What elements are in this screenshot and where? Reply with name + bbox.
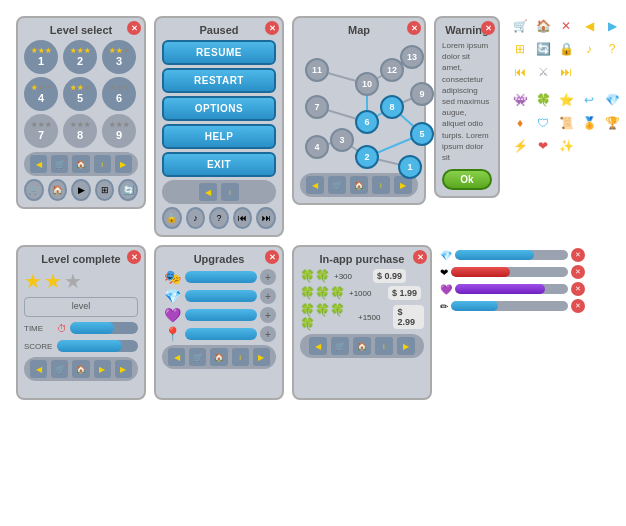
icon-trophy[interactable]: 🏆	[602, 113, 622, 133]
icon-close[interactable]: ✕	[556, 16, 576, 36]
paused-icon-prev[interactable]: ⏮	[233, 207, 253, 229]
map-node-2[interactable]: 2	[355, 145, 379, 169]
nav-home[interactable]: 🏠	[72, 155, 89, 173]
map-node-10[interactable]: 10	[355, 72, 379, 96]
level-cell-5[interactable]: ★★★ 5	[63, 77, 97, 111]
resume-button[interactable]: RESUME	[162, 40, 276, 65]
iap-price-2[interactable]: $ 1.99	[388, 286, 421, 300]
level-cell-4[interactable]: ★★★ 4	[24, 77, 58, 111]
map-nav-left[interactable]: ◀	[306, 176, 324, 194]
level-cell-6[interactable]: ★★★ 6	[102, 77, 136, 111]
icon-rewind[interactable]: ⏮	[510, 62, 530, 82]
icon-shield[interactable]: 🛡	[533, 113, 553, 133]
icon-monster[interactable]: 👾	[510, 90, 530, 110]
level-cell-7[interactable]: ★★★ 7	[24, 114, 58, 148]
level-cell-9[interactable]: ★★★ 9	[102, 114, 136, 148]
icon-diamond[interactable]: ♦	[510, 113, 530, 133]
upgrades-nav-home[interactable]: 🏠	[210, 348, 227, 366]
icon-refresh[interactable]: 🔄	[533, 39, 553, 59]
close-button[interactable]: ✕	[127, 21, 141, 35]
icon-btn-play[interactable]: ▶	[71, 179, 91, 201]
upgrades-nav-right[interactable]: ▶	[253, 348, 270, 366]
map-node-8[interactable]: 8	[380, 95, 404, 119]
map-node-11[interactable]: 11	[305, 58, 329, 82]
upgrades-nav-info[interactable]: i	[232, 348, 249, 366]
upgrades-nav-left[interactable]: ◀	[168, 348, 185, 366]
upgrade-plus-3[interactable]: +	[260, 307, 276, 323]
icon-btn-grid[interactable]: ⊞	[95, 179, 115, 201]
map-node-13[interactable]: 13	[400, 45, 424, 69]
help-button[interactable]: HELP	[162, 124, 276, 149]
paused-icon-music[interactable]: ♪	[186, 207, 206, 229]
restart-button[interactable]: RESTART	[162, 68, 276, 93]
icon-star[interactable]: ⭐	[556, 90, 576, 110]
icon-sparkle[interactable]: ✨	[556, 136, 576, 156]
map-node-9[interactable]: 9	[410, 82, 434, 106]
paused-icon-lock[interactable]: 🔒	[162, 207, 182, 229]
inapp-nav-info[interactable]: i	[375, 337, 393, 355]
iap-price-1[interactable]: $ 0.99	[373, 269, 406, 283]
upgrade-plus-2[interactable]: +	[260, 288, 276, 304]
bar-x-4[interactable]: ✕	[571, 299, 585, 313]
icon-undo[interactable]: ↩	[579, 90, 599, 110]
nav-cart[interactable]: 🛒	[51, 155, 68, 173]
bar-x-2[interactable]: ✕	[571, 265, 585, 279]
map-nav-cart[interactable]: 🛒	[328, 176, 346, 194]
bar-x-1[interactable]: ✕	[571, 248, 585, 262]
icon-grid[interactable]: ⊞	[510, 39, 530, 59]
level-cell-3[interactable]: ★★★ 3	[102, 40, 136, 74]
map-nav-info[interactable]: i	[372, 176, 390, 194]
icon-arrow-right[interactable]: ▶	[602, 16, 622, 36]
lc-close-button[interactable]: ✕	[127, 250, 141, 264]
icon-bolt[interactable]: ⚡	[510, 136, 530, 156]
level-cell-8[interactable]: ★★★ 8	[63, 114, 97, 148]
upgrades-close-button[interactable]: ✕	[265, 250, 279, 264]
bar-x-3[interactable]: ✕	[571, 282, 585, 296]
icon-scroll[interactable]: 📜	[556, 113, 576, 133]
upgrade-plus-4[interactable]: +	[260, 326, 276, 342]
icon-fast-forward[interactable]: ⏭	[556, 62, 576, 82]
level-cell-2[interactable]: ★★★ 2	[63, 40, 97, 74]
lc-nav-info[interactable]: ▶	[94, 360, 111, 378]
nav-right[interactable]: ▶	[115, 155, 132, 173]
upgrades-nav-cart[interactable]: 🛒	[189, 348, 206, 366]
icon-home[interactable]: 🏠	[533, 16, 553, 36]
warning-close-button[interactable]: ✕	[481, 21, 495, 35]
map-node-7[interactable]: 7	[305, 95, 329, 119]
map-node-3[interactable]: 3	[330, 128, 354, 152]
lc-nav-home[interactable]: 🏠	[72, 360, 89, 378]
paused-icon-next[interactable]: ⏭	[256, 207, 276, 229]
icon-question[interactable]: ?	[602, 39, 622, 59]
icon-medal[interactable]: 🏅	[579, 113, 599, 133]
level-cell-1[interactable]: ★★★ 1	[24, 40, 58, 74]
nav-info[interactable]: i	[94, 155, 111, 173]
exit-button[interactable]: EXIT	[162, 152, 276, 177]
paused-icon-help[interactable]: ?	[209, 207, 229, 229]
options-button[interactable]: OPTIONS	[162, 96, 276, 121]
map-close-button[interactable]: ✕	[407, 21, 421, 35]
paused-close-button[interactable]: ✕	[265, 21, 279, 35]
upgrade-plus-1[interactable]: +	[260, 269, 276, 285]
lc-nav-cart[interactable]: 🛒	[51, 360, 68, 378]
icon-arrow-left[interactable]: ◀	[579, 16, 599, 36]
inapp-close-button[interactable]: ✕	[413, 250, 427, 264]
inapp-nav-home[interactable]: 🏠	[353, 337, 371, 355]
inapp-nav-cart[interactable]: 🛒	[331, 337, 349, 355]
icon-btn-refresh[interactable]: 🔄	[118, 179, 138, 201]
ok-button[interactable]: Ok	[442, 169, 492, 190]
icon-lock[interactable]: 🔒	[556, 39, 576, 59]
icon-gem[interactable]: 💎	[602, 90, 622, 110]
iap-price-3[interactable]: $ 2.99	[393, 305, 424, 329]
lc-nav-left[interactable]: ◀	[30, 360, 47, 378]
inapp-nav-left[interactable]: ◀	[309, 337, 327, 355]
icon-btn-cart[interactable]: 🛒	[24, 179, 44, 201]
icon-sword[interactable]: ⚔	[533, 62, 553, 82]
icon-cart[interactable]: 🛒	[510, 16, 530, 36]
nav-left[interactable]: ◀	[30, 155, 47, 173]
icon-heart[interactable]: ❤	[533, 136, 553, 156]
map-node-6[interactable]: 6	[355, 110, 379, 134]
map-node-5[interactable]: 5	[410, 122, 434, 146]
map-node-1[interactable]: 1	[398, 155, 422, 179]
paused-nav-info[interactable]: i	[221, 183, 239, 201]
paused-nav-left[interactable]: ◀	[199, 183, 217, 201]
